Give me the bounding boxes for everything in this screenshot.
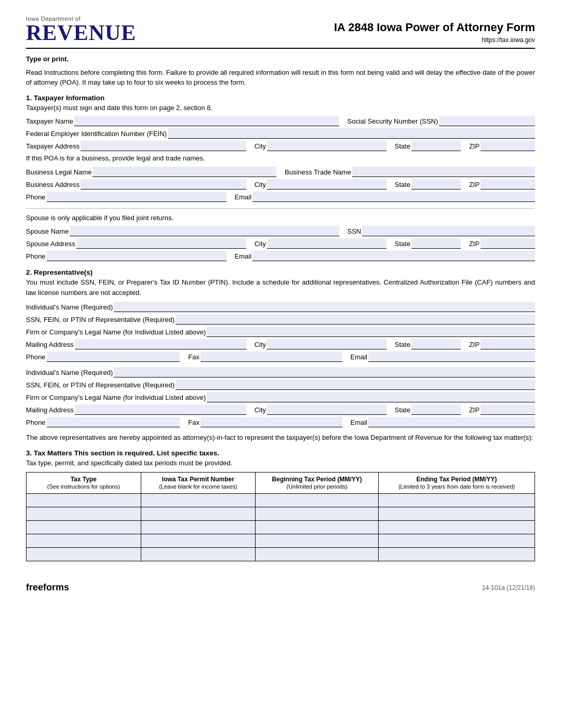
rep2-email-input[interactable] xyxy=(368,417,535,427)
spouse-city-input[interactable] xyxy=(267,238,386,249)
tax-input-col4-3[interactable] xyxy=(379,535,535,547)
tax-table-cell-col4-0[interactable] xyxy=(379,494,535,507)
tax-table-cell-col2-4[interactable] xyxy=(141,548,256,561)
instructions-text: Read Instructions before completing this… xyxy=(26,68,535,88)
tax-table-cell-col3-3[interactable] xyxy=(256,534,379,548)
tax-input-col1-4[interactable] xyxy=(26,548,141,561)
business-address-input[interactable] xyxy=(81,179,246,190)
spouse-name-input[interactable] xyxy=(70,226,339,236)
taxpayer-zip-input[interactable] xyxy=(480,141,535,151)
business-state-input[interactable] xyxy=(411,179,461,190)
tax-input-col4-0[interactable] xyxy=(379,494,535,507)
rep1-fax-input[interactable] xyxy=(201,352,342,362)
business-email-input[interactable] xyxy=(252,192,535,202)
freeforms-forms: forms xyxy=(43,582,69,592)
spouse-zip-input[interactable] xyxy=(480,238,535,249)
tax-input-col2-2[interactable] xyxy=(141,521,256,534)
tax-input-col2-4[interactable] xyxy=(141,548,256,561)
rep2-address-input[interactable] xyxy=(75,405,246,415)
rep2-zip-input[interactable] xyxy=(480,405,535,415)
spouse-phone-group: Phone xyxy=(26,251,226,261)
business-note: If this POA is for a business, provide l… xyxy=(26,153,535,164)
business-city-input[interactable] xyxy=(267,179,386,190)
business-phone-input[interactable] xyxy=(47,192,226,202)
rep2-ssn-input[interactable] xyxy=(176,380,535,390)
business-legal-input[interactable] xyxy=(92,167,276,177)
business-zip-input[interactable] xyxy=(480,179,535,190)
tax-input-col3-2[interactable] xyxy=(256,521,378,534)
rep2-city-input[interactable] xyxy=(267,405,386,415)
tax-table-cell-col4-1[interactable] xyxy=(379,507,535,521)
tax-input-col3-3[interactable] xyxy=(256,535,378,547)
business-trade-input[interactable] xyxy=(352,167,535,177)
tax-table-cell-col1-1[interactable] xyxy=(26,507,141,521)
tax-input-col1-3[interactable] xyxy=(26,535,141,547)
spouse-address-input[interactable] xyxy=(76,238,246,249)
rep1-zip-input[interactable] xyxy=(480,339,535,349)
rep2-phone-input[interactable] xyxy=(47,417,180,427)
tax-input-col3-0[interactable] xyxy=(256,494,378,507)
business-zip-label: ZIP xyxy=(469,181,479,190)
spouse-zip-label: ZIP xyxy=(469,240,479,249)
tax-table-cell-col2-0[interactable] xyxy=(141,494,256,507)
taxpayer-address-input[interactable] xyxy=(81,141,246,151)
tax-table-cell-col2-2[interactable] xyxy=(141,521,256,534)
rep1-email-group: Email xyxy=(351,352,536,362)
tax-table-cell-col3-2[interactable] xyxy=(256,521,379,534)
rep2-zip-group: ZIP xyxy=(469,405,535,415)
tax-table-cell-col2-3[interactable] xyxy=(141,534,256,548)
ssn-input[interactable] xyxy=(439,116,535,126)
tax-table-row xyxy=(26,534,535,548)
tax-input-col3-4[interactable] xyxy=(256,548,378,561)
taxpayer-city-input[interactable] xyxy=(267,141,386,151)
rep1-state-input[interactable] xyxy=(411,339,461,349)
rep2-fax-input[interactable] xyxy=(201,417,342,427)
tax-table-cell-col4-3[interactable] xyxy=(379,534,535,548)
tax-table-cell-col1-2[interactable] xyxy=(26,521,141,534)
rep1-ssn-input[interactable] xyxy=(176,314,535,325)
rep2-firm-input[interactable] xyxy=(207,392,535,402)
rep1-firm-input[interactable] xyxy=(207,327,535,337)
tax-input-col2-3[interactable] xyxy=(141,535,256,547)
rep2-name-input[interactable] xyxy=(114,367,535,378)
tax-table-cell-col3-4[interactable] xyxy=(256,548,379,561)
tax-table-cell-col4-4[interactable] xyxy=(379,548,535,561)
tax-input-col2-1[interactable] xyxy=(141,508,256,520)
rep2-fax-group: Fax xyxy=(188,417,342,427)
spouse-ssn-input[interactable] xyxy=(362,226,535,236)
rep1-name-input[interactable] xyxy=(114,302,535,312)
rep1-address-input[interactable] xyxy=(75,339,246,349)
rep1-phone-input[interactable] xyxy=(47,352,180,362)
rep2-state-input[interactable] xyxy=(411,405,461,415)
tax-input-col3-1[interactable] xyxy=(256,508,378,520)
tax-table-row xyxy=(26,507,535,521)
business-address-group: Business Address xyxy=(26,179,246,190)
spouse-phone-input[interactable] xyxy=(47,251,226,261)
tax-input-col1-2[interactable] xyxy=(26,521,141,534)
tax-table-cell-col1-4[interactable] xyxy=(26,548,141,561)
spouse-state-input[interactable] xyxy=(411,238,461,249)
tax-table-cell-col3-0[interactable] xyxy=(256,494,379,507)
tax-table-cell-col1-3[interactable] xyxy=(26,534,141,548)
spouse-email-label: Email xyxy=(235,252,252,261)
taxpayer-state-input[interactable] xyxy=(411,141,461,151)
fein-input[interactable] xyxy=(168,128,535,139)
tax-input-col4-1[interactable] xyxy=(379,508,535,520)
taxpayer-name-input[interactable] xyxy=(74,116,339,126)
tax-input-col2-0[interactable] xyxy=(141,494,256,507)
tax-table-cell-col2-1[interactable] xyxy=(141,507,256,521)
rep1-city-input[interactable] xyxy=(267,339,386,349)
tax-table-cell-col1-0[interactable] xyxy=(26,494,141,507)
spouse-email-input[interactable] xyxy=(252,251,535,261)
rep1-email-input[interactable] xyxy=(368,352,535,362)
rep1-zip-group: ZIP xyxy=(469,339,535,349)
tax-input-col1-1[interactable] xyxy=(26,508,141,520)
tax-table-cell-col4-2[interactable] xyxy=(379,521,535,534)
tax-input-col4-2[interactable] xyxy=(379,521,535,534)
tax-table-cell-col3-1[interactable] xyxy=(256,507,379,521)
spouse-phone-label: Phone xyxy=(26,252,46,261)
tax-input-col4-4[interactable] xyxy=(379,548,535,561)
section3: 3. Tax Matters This section is required.… xyxy=(26,449,535,562)
spouse-ssn-group: SSN xyxy=(348,226,536,236)
tax-input-col1-0[interactable] xyxy=(26,494,141,507)
